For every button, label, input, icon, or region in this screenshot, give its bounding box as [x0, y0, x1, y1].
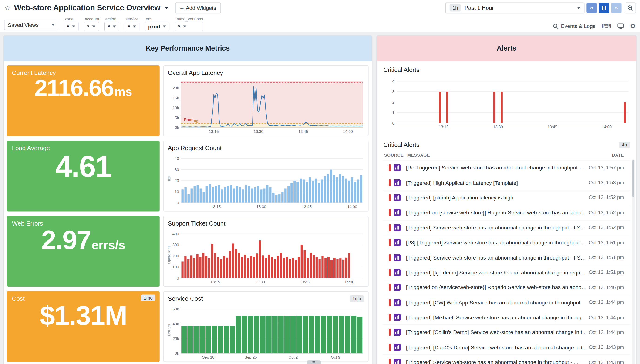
alerts-group-header[interactable]: Alerts	[377, 36, 636, 62]
forward-button[interactable]: »	[611, 2, 622, 13]
table-row: [Triggered] [kjo demo] Service web-store…	[382, 265, 631, 280]
alert-message-link[interactable]: [Triggered] Service web-store has an abn…	[406, 359, 587, 364]
alert-message-link[interactable]: [Triggered] [kjo demo] Service web-store…	[406, 270, 587, 276]
monitor-alert-icon	[394, 284, 400, 291]
svg-text:14:00: 14:00	[602, 125, 612, 129]
alert-message-link[interactable]: [P3] [Triggered] Service web-store has a…	[406, 240, 587, 246]
alert-date: Oct 13, 1:44 pm	[587, 314, 630, 320]
template-var-value: *	[128, 24, 130, 30]
template-var-dropdown[interactable]: *	[125, 22, 140, 32]
svg-text:20k: 20k	[173, 336, 179, 341]
table-row: [Triggered] Service web-store has an abn…	[382, 220, 631, 235]
query-value-tile-web-errors[interactable]: Web Errors 2.97 errs/s	[7, 216, 160, 287]
rewind-button[interactable]: «	[586, 2, 597, 13]
alert-date: Oct 13, 1:57 pm	[587, 165, 630, 170]
events-logs-button[interactable]: Events & Logs	[553, 23, 596, 29]
template-var-dropdown[interactable]: *	[84, 22, 99, 32]
query-value-tile-cost[interactable]: Cost 1mo $1.31M	[7, 291, 160, 362]
svg-text:5k: 5k	[175, 116, 179, 120]
monitor-alert-icon	[394, 209, 400, 216]
svg-text:0: 0	[177, 201, 179, 205]
severity-bar-icon	[389, 239, 391, 246]
add-widgets-button[interactable]: + Add Widgets	[175, 2, 221, 14]
service-cost-chart[interactable]: 0k20k40k60kSep 18Sep 25Oct 2Oct 9Dollars	[167, 304, 365, 360]
svg-text:40: 40	[174, 156, 179, 161]
tile-value: $1.31M	[40, 302, 126, 329]
chevron-down-icon	[52, 24, 55, 26]
alert-message-link[interactable]: [Triggered on {service:web-store}] Roger…	[406, 210, 587, 216]
widget-title: Overall App Latency	[168, 69, 223, 76]
svg-text:13:15: 13:15	[439, 125, 448, 129]
svg-text:20k: 20k	[173, 86, 179, 90]
kpm-group-header[interactable]: Key Performance Metrics	[4, 36, 372, 62]
monitor-alert-icon	[394, 344, 400, 351]
svg-text:13:45: 13:45	[302, 204, 312, 209]
alert-message-link[interactable]: [Triggered] Service web-store has an abn…	[406, 224, 587, 231]
alert-list-title: Critical Alerts	[383, 141, 419, 148]
alert-message-link[interactable]: [Triggered] High Application Latency [Te…	[406, 180, 587, 186]
zoom-out-button[interactable]	[625, 2, 636, 14]
column-header-source: SOURCE	[382, 153, 407, 158]
severity-bar-icon	[389, 344, 391, 351]
severity-bar-icon	[389, 194, 391, 201]
time-range-badge: 1h	[450, 4, 461, 12]
time-range-picker[interactable]: 1h Past 1 Hour	[446, 2, 584, 14]
filter-bar: Saved Views zone *	[0, 16, 640, 32]
alert-message-link[interactable]: [Triggered on {service:web-store}] Roger…	[406, 284, 587, 291]
time-window-badge: 4h	[619, 141, 630, 148]
topbar: ☆ Web-store Application Service Overview…	[0, 0, 640, 16]
monitor-alert-icon	[394, 314, 400, 321]
alert-date: Oct 13, 1:53 pm	[587, 180, 630, 186]
kpm-row-load: Load Average 4.61 App Request Count 0102…	[7, 140, 369, 211]
template-var-dropdown[interactable]: *	[64, 22, 79, 32]
alert-message-link[interactable]: [Triggered] Service web-store has an abn…	[406, 254, 587, 261]
severity-bar-icon	[389, 209, 391, 216]
alert-message-link[interactable]: [Triggered] [Mikhael] Service web-store …	[406, 314, 587, 320]
svg-text:Oct 2: Oct 2	[288, 355, 298, 360]
svg-text:10k: 10k	[173, 106, 179, 110]
kpm-row-errors: Web Errors 2.97 errs/s Support Ticket Co…	[7, 216, 369, 287]
template-variables: zone * account *	[58, 16, 203, 31]
support-ticket-count-chart[interactable]: 010020030040013:1513:3013:4514:00Operati…	[167, 229, 365, 285]
alert-message-link[interactable]: [Triggered] [Collin's Demo] Service web-…	[406, 329, 587, 336]
scrollbar-thumb[interactable]	[632, 160, 634, 197]
alert-list-scrollbar	[632, 159, 635, 364]
svg-text:60k: 60k	[173, 307, 179, 312]
gear-icon[interactable]: ⚙	[630, 23, 636, 29]
favorite-star-icon[interactable]: ☆	[4, 4, 10, 12]
plus-icon: +	[180, 5, 184, 11]
query-value-tile-load-average[interactable]: Load Average 4.61	[7, 140, 160, 211]
svg-text:13:30: 13:30	[256, 204, 266, 209]
svg-text:400: 400	[172, 232, 179, 236]
title-chevron-down-icon[interactable]	[165, 7, 168, 9]
keyboard-shortcuts-icon[interactable]: ⌨	[602, 23, 611, 29]
alert-date: Oct 13, 1:52 pm	[587, 195, 630, 200]
alert-message-link[interactable]: [Triggered] [DanC's Demo] Service web-st…	[406, 344, 587, 350]
template-var-dropdown[interactable]: *	[175, 22, 203, 32]
monitor-alert-icon	[394, 194, 400, 201]
alert-date: Oct 13, 1:52 pm	[587, 224, 630, 230]
alert-message-link[interactable]: [Triggered] [plumb] Application latency …	[406, 194, 587, 201]
tv-mode-icon[interactable]	[617, 23, 624, 29]
pause-button[interactable]	[599, 2, 609, 13]
svg-text:13:30: 13:30	[254, 130, 264, 134]
column-header-date: DATE	[587, 153, 630, 158]
template-variable: account *	[84, 16, 99, 31]
table-row: [Triggered] [Collin's Demo] Service web-…	[382, 325, 631, 340]
time-range-chevron-down-icon	[577, 7, 580, 9]
widget-drag-handle[interactable]: ☰	[306, 360, 322, 364]
template-var-dropdown[interactable]: *	[104, 22, 120, 32]
critical-alerts-chart[interactable]: 0123413:1513:3013:4514:00	[382, 75, 631, 130]
query-value-tile-current-latency[interactable]: Current Latency 2116.66 ms	[7, 66, 160, 136]
svg-text:13:15: 13:15	[211, 204, 221, 209]
alert-date: Oct 13, 1:43 pm	[587, 344, 630, 350]
svg-text:Sep 18: Sep 18	[202, 355, 214, 360]
svg-text:Hits: Hits	[167, 176, 171, 183]
saved-views-dropdown[interactable]: Saved Views	[4, 20, 58, 30]
alert-message-link[interactable]: [Re-Triggered] Service web-store has an …	[406, 164, 587, 171]
template-var-dropdown[interactable]: prod	[145, 22, 170, 32]
app-request-count-chart[interactable]: 01020304013:1513:3013:4514:00Hits	[167, 153, 365, 209]
monitor-alert-icon	[394, 239, 400, 246]
alert-message-link[interactable]: [Triggered] [CW] Web App Service has an …	[406, 299, 587, 306]
overall-app-latency-chart[interactable]: 0k5k10k15k20k13:1513:3013:4514:00Poorng	[167, 78, 365, 134]
